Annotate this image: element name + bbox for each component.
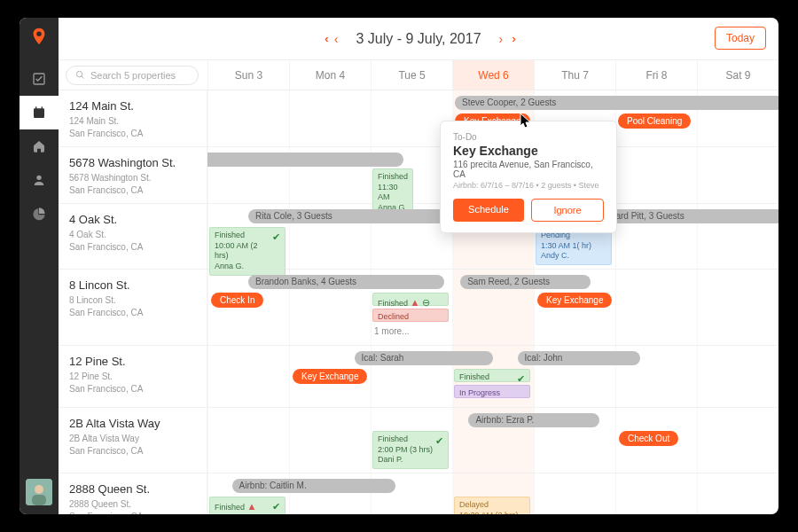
prev-week-fast[interactable]: ‹‹ bbox=[325, 32, 325, 45]
date-range: 3 July - 9 July, 2017 bbox=[356, 31, 481, 47]
app-logo bbox=[29, 27, 49, 46]
task-pill-pool-cleaning[interactable]: Pool Cleaning bbox=[618, 113, 691, 129]
calendar-body[interactable]: 124 Main St. 124 Main St.San Francisco, … bbox=[59, 90, 778, 514]
task-card-declined[interactable]: Declined bbox=[372, 309, 449, 322]
pie-icon bbox=[32, 207, 46, 221]
task-card-finished[interactable]: Finished ✔ bbox=[454, 369, 530, 382]
reservation-bar[interactable] bbox=[207, 153, 403, 167]
popover-meta: Airbnb: 6/7/16 – 8/7/16 • 2 guests • Ste… bbox=[453, 181, 604, 190]
ignore-button[interactable]: Ignore bbox=[531, 199, 604, 222]
reservation-bar[interactable]: Airbnb: Caitlin M. bbox=[232, 479, 395, 493]
task-pill-key-exchange[interactable]: Key Exchange bbox=[537, 293, 613, 308]
next-week-fast[interactable]: ›› bbox=[512, 32, 512, 45]
task-card-delayed[interactable]: Delayed10:30 AM (2 hrs) bbox=[454, 497, 530, 514]
task-pill-check-in[interactable]: Check In bbox=[211, 293, 263, 308]
svg-point-9 bbox=[76, 71, 82, 76]
property-cell[interactable]: 4 Oak St. 4 Oak St.San Francisco, CA bbox=[59, 204, 207, 269]
search-input[interactable]: Search 5 properties bbox=[66, 66, 199, 85]
svg-point-5 bbox=[36, 176, 41, 180]
task-card-finished[interactable]: Finished ▲ ⊖ bbox=[372, 293, 449, 306]
reservation-bar[interactable]: Brandon Banks, 4 Guests bbox=[248, 275, 444, 289]
checklist-icon bbox=[32, 72, 46, 86]
search-placeholder: Search 5 properties bbox=[90, 70, 176, 81]
nav-reports[interactable] bbox=[20, 197, 59, 231]
nav-user[interactable] bbox=[20, 163, 59, 197]
popover-address: 116 precita Avenue, San Francisco, CA bbox=[453, 160, 604, 179]
reservation-bar[interactable]: Steve Cooper, 2 Guests bbox=[455, 96, 778, 110]
day-header[interactable]: Mon 4 bbox=[289, 60, 371, 90]
property-cell[interactable]: 2888 Queen St. 2888 Queen St.San Francis… bbox=[59, 473, 207, 514]
reservation-bar[interactable]: Airbnb: Ezra P. bbox=[468, 413, 598, 427]
task-card-in-progress[interactable]: In Progress bbox=[454, 385, 530, 398]
svg-rect-8 bbox=[32, 495, 46, 505]
calendar-header: Search 5 properties Sun 3 Mon 4 Tue 5 We… bbox=[59, 60, 778, 90]
nav-home[interactable] bbox=[20, 129, 59, 163]
property-cell[interactable]: 2B Alta Vista Way 2B Alta Vista WaySan F… bbox=[59, 408, 207, 473]
today-button[interactable]: Today bbox=[715, 27, 766, 50]
nav-checklist[interactable] bbox=[20, 62, 59, 96]
day-header[interactable]: Sat 9 bbox=[697, 60, 778, 90]
day-header-today[interactable]: Wed 6 bbox=[452, 60, 534, 90]
calendar-icon bbox=[32, 106, 46, 120]
property-cell[interactable]: 12 Pine St. 12 Pine St.San Francisco, CA bbox=[59, 346, 207, 407]
prev-week[interactable]: ‹ bbox=[334, 32, 339, 46]
reservation-bar[interactable]: Ical: John bbox=[518, 351, 640, 365]
reservation-bar[interactable]: Ical: Sarah bbox=[355, 351, 493, 365]
svg-rect-3 bbox=[35, 106, 36, 109]
more-link[interactable]: 1 more... bbox=[374, 326, 409, 336]
task-pill-key-exchange[interactable]: Key Exchange bbox=[293, 369, 368, 384]
svg-point-7 bbox=[35, 485, 43, 494]
task-card-finished[interactable]: Finished ✔2:00 PM (3 hrs)Dani P. bbox=[372, 431, 449, 469]
reservation-bar[interactable]: Richard Pitt, 3 Guests bbox=[591, 209, 778, 223]
sidebar bbox=[20, 18, 59, 514]
topbar: ‹‹ ‹ 3 July - 9 July, 2017 › ›› Today bbox=[59, 18, 778, 60]
nav-calendar[interactable] bbox=[20, 96, 59, 129]
task-card-finished[interactable]: Finished ✔10:00 AM (2 hrs)Anna G. bbox=[209, 227, 286, 276]
schedule-button[interactable]: Schedule bbox=[453, 199, 524, 222]
day-header[interactable]: Thu 7 bbox=[534, 60, 615, 90]
day-header[interactable]: Sun 3 bbox=[207, 60, 289, 90]
property-cell[interactable]: 124 Main St. 124 Main St.San Francisco, … bbox=[59, 90, 207, 146]
next-week[interactable]: › bbox=[499, 32, 504, 46]
day-header[interactable]: Fri 8 bbox=[615, 60, 697, 90]
user-icon bbox=[32, 173, 46, 187]
task-card-finished[interactable]: Finished ▲ ✔ bbox=[209, 497, 286, 514]
task-pill-check-out[interactable]: Check Out bbox=[619, 431, 678, 446]
cursor-icon bbox=[520, 113, 532, 131]
home-icon bbox=[32, 139, 46, 153]
day-header[interactable]: Tue 5 bbox=[371, 60, 452, 90]
svg-line-10 bbox=[82, 76, 84, 79]
property-cell[interactable]: 5678 Washington St. 5678 Washington St.S… bbox=[59, 147, 207, 203]
popover-title: Key Exchange bbox=[453, 144, 604, 158]
task-popover: To-Do Key Exchange 116 precita Avenue, S… bbox=[440, 121, 617, 233]
user-avatar[interactable] bbox=[26, 479, 52, 505]
reservation-bar[interactable]: Sam Reed, 2 Guests bbox=[460, 275, 591, 289]
svg-rect-4 bbox=[42, 106, 43, 109]
popover-category: To-Do bbox=[453, 132, 604, 142]
property-cell[interactable]: 8 Lincon St. 8 Lincon St.San Francisco, … bbox=[59, 270, 207, 345]
search-icon bbox=[75, 70, 85, 80]
